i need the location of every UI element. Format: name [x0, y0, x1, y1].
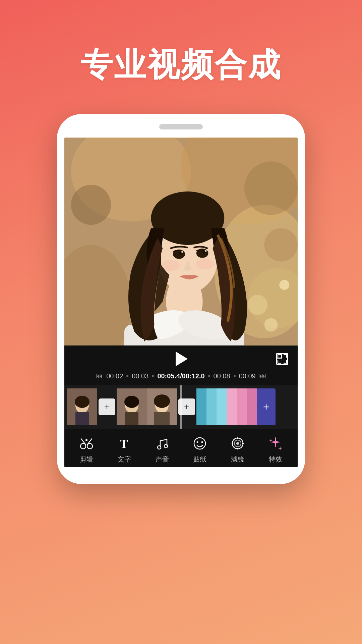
svg-rect-42: [217, 388, 227, 425]
svg-point-23: [181, 251, 183, 253]
svg-point-26: [196, 259, 215, 270]
filter-icon: [229, 435, 246, 452]
svg-point-24: [205, 250, 207, 252]
play-button[interactable]: [176, 352, 188, 366]
thumb-2[interactable]: [117, 388, 147, 425]
svg-point-52: [158, 446, 161, 449]
svg-point-11: [279, 280, 289, 290]
tool-text[interactable]: T 文字: [116, 435, 133, 464]
sticker-icon: [191, 435, 208, 452]
thumb-1[interactable]: [67, 388, 97, 425]
svg-rect-34: [125, 412, 138, 425]
svg-rect-44: [227, 388, 237, 425]
sticker-label: 贴纸: [193, 455, 206, 464]
phone-speaker: [159, 124, 203, 129]
thumbnail-strip: +: [64, 385, 298, 429]
tool-cut[interactable]: 剪辑: [78, 435, 95, 464]
svg-point-55: [197, 441, 198, 443]
video-preview: [64, 138, 298, 345]
svg-rect-45: [247, 388, 257, 425]
marker-4: 00:09: [239, 372, 256, 380]
dot-1: [126, 375, 128, 377]
phone-mockup: ⏮ 00:02 00:03 00:05.4/00:12.0 00:08 00:0…: [57, 114, 305, 484]
dot-2: [152, 375, 154, 377]
svg-point-33: [124, 396, 139, 408]
svg-point-37: [154, 394, 170, 408]
text-icon: T: [116, 435, 133, 452]
effects-icon: [267, 435, 284, 452]
svg-point-10: [264, 318, 278, 332]
svg-point-7: [264, 228, 298, 261]
filter-label: 滤镜: [231, 455, 244, 464]
player-controls: ⏮ 00:02 00:03 00:05.4/00:12.0 00:08 00:0…: [64, 345, 298, 385]
marker-2: 00:03: [132, 372, 148, 380]
svg-point-54: [194, 438, 205, 449]
tool-sticker[interactable]: 贴纸: [191, 435, 208, 464]
svg-point-6: [244, 161, 298, 215]
tool-effects[interactable]: 特效: [267, 435, 284, 464]
controls-row: [74, 352, 288, 366]
svg-point-59: [236, 442, 239, 445]
dot-3: [208, 375, 210, 377]
svg-rect-41: [206, 388, 217, 425]
text-label: 文字: [118, 455, 131, 464]
scissors-icon: [78, 435, 95, 452]
plus-icon: +: [263, 401, 269, 413]
thumb-3[interactable]: [147, 388, 177, 425]
dot-4: [234, 375, 236, 377]
skip-back-icon[interactable]: ⏮: [96, 372, 103, 380]
thumb-color-2[interactable]: [227, 388, 257, 425]
svg-rect-38: [154, 412, 170, 425]
fullscreen-button[interactable]: [276, 353, 288, 365]
add-clip-final[interactable]: +: [257, 388, 276, 425]
svg-rect-40: [196, 388, 206, 425]
music-icon: [154, 435, 171, 452]
audio-label: 声音: [156, 455, 169, 464]
timeline-bar: ⏮ 00:02 00:03 00:05.4/00:12.0 00:08 00:0…: [74, 370, 288, 382]
timeline-cursor: [181, 385, 182, 429]
tool-filter[interactable]: 滤镜: [229, 435, 246, 464]
effects-label: 特效: [269, 455, 282, 464]
bottom-toolbar: 剪辑 T 文字 声音: [64, 429, 298, 467]
svg-point-50: [85, 439, 87, 441]
svg-rect-30: [75, 412, 89, 425]
cut-label: 剪辑: [80, 455, 93, 464]
current-time: 00:05.4/00:12.0: [157, 372, 204, 380]
headline: 专业视频合成: [80, 44, 282, 87]
svg-text:T: T: [120, 437, 128, 451]
add-clip-1[interactable]: +: [99, 398, 115, 415]
skip-forward-icon[interactable]: ⏭: [259, 372, 266, 380]
marker-1: 00:02: [106, 372, 123, 380]
thumb-color-1[interactable]: [196, 388, 227, 425]
phone-screen: ⏮ 00:02 00:03 00:05.4/00:12.0 00:08 00:0…: [64, 138, 298, 467]
tool-audio[interactable]: 声音: [154, 435, 171, 464]
svg-point-9: [248, 295, 268, 315]
svg-point-53: [164, 444, 168, 448]
svg-point-5: [71, 185, 111, 225]
svg-point-29: [75, 396, 89, 408]
svg-point-56: [201, 441, 203, 443]
marker-3: 00:08: [214, 372, 230, 380]
